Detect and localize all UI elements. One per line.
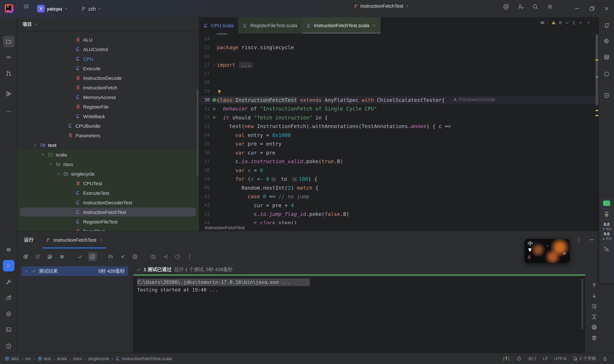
status-breadcrumb-scala[interactable]: scala <box>57 356 67 361</box>
ime-toolbar-overlay[interactable]: 中 S <box>524 239 570 263</box>
project-panel-header[interactable]: 项目 <box>17 17 199 32</box>
prev-occurrence-button[interactable] <box>590 281 598 289</box>
editor-tab-CPU.scala[interactable]: CPU.scala <box>199 17 238 34</box>
rerun-button[interactable] <box>21 252 30 261</box>
test-passed-gutter-icon[interactable] <box>211 98 217 103</box>
print-button[interactable] <box>590 324 598 331</box>
code-line-43[interactable]: 43 c.io.jump_flag_id.poke(false.B) <box>199 210 599 219</box>
code-line-16[interactable]: 16 <box>199 52 599 61</box>
type-aware-indicator[interactable]: [T] <box>502 356 510 361</box>
clear-all-button[interactable] <box>590 334 598 342</box>
code-line-38[interactable]: 38 var x = 0 <box>199 166 599 175</box>
chevron-down-icon[interactable] <box>586 20 591 25</box>
project-tool-button[interactable] <box>3 36 14 47</box>
editor-tab-InstructionFetchTest.scala[interactable]: InstructionFetchTest.scala <box>302 17 380 34</box>
problems-tool-button[interactable] <box>3 340 14 352</box>
run-configuration-widget[interactable]: InstructionFetchTest <box>353 3 409 9</box>
tree-item-CPUTest[interactable]: CPUTest <box>17 179 199 188</box>
gauge-icon[interactable] <box>516 356 522 361</box>
code-line-39[interactable]: 39 for (x <- 0≤ to ≤100) { <box>199 175 599 183</box>
console-pane[interactable]: 1 测试已通过 总计 1 个测试, 5秒 428毫秒 C:\Users\2658… <box>133 265 614 353</box>
close-icon[interactable] <box>99 238 103 242</box>
tree-item-ExecuteTest[interactable]: ExecuteTest <box>17 188 199 198</box>
project-widget[interactable]: Y yatcpu <box>35 3 71 14</box>
tree-item-InstructionFetch[interactable]: InstructionFetch <box>17 83 199 92</box>
caret-position[interactable]: 30:7 <box>528 356 536 361</box>
editor-tab-RegisterFileTest.scala[interactable]: RegisterFileTest.scala <box>238 17 302 34</box>
notifications-button[interactable] <box>601 20 612 31</box>
tree-item-BoardTest[interactable]: BoardTest <box>17 226 199 231</box>
editor-area[interactable]: CPU.scalaRegisterFileTest.scalaInstructi… <box>199 17 599 231</box>
status-breadcrumb-riscv[interactable]: riscv <box>73 356 82 361</box>
code-line-14[interactable]: 14 <box>199 34 599 43</box>
intellij-logo-icon[interactable]: IJ <box>5 4 14 13</box>
tree-item-test[interactable]: test <box>17 140 199 150</box>
run-tool-button[interactable] <box>3 260 14 271</box>
code-area[interactable]: 1415package riscv.singlecycle1617import … <box>199 34 599 224</box>
scroll-to-end-button[interactable] <box>590 313 598 321</box>
toolbar-kebab-button[interactable] <box>185 252 194 261</box>
ime-language-indicator[interactable]: 中 <box>528 240 533 247</box>
tree-item-riscv[interactable]: riscv <box>17 159 199 169</box>
pull-requests-tool-button[interactable] <box>3 68 14 79</box>
tree-item-InstructionFetchTest[interactable]: InstructionFetchTest <box>17 207 199 217</box>
encoding[interactable]: UTF-8 <box>554 356 567 361</box>
run-gutter-icon[interactable] <box>211 106 217 111</box>
show-ignored-button[interactable] <box>88 252 97 261</box>
code-line-15[interactable]: 15package riscv.singlecycle <box>199 43 599 52</box>
editor-breadcrumbs[interactable]: InstructionFetchTest <box>199 224 599 231</box>
navigate-with-single-click-button[interactable] <box>118 252 127 261</box>
ime-brand-logo[interactable]: S <box>528 254 531 260</box>
show-passed-button[interactable] <box>76 252 85 261</box>
code-line-28[interactable]: 28 <box>199 78 599 87</box>
code-line-36[interactable]: 36 var cur = pre <box>199 148 599 157</box>
more-tools-button[interactable] <box>3 106 14 117</box>
tree-item-ALU[interactable]: ALU <box>17 35 199 44</box>
profiler-tool-button[interactable] <box>3 308 14 320</box>
code-line-35[interactable]: 35 var pre = entry <box>199 140 599 148</box>
chevron-down-icon[interactable] <box>49 162 53 166</box>
inspection-widget[interactable]: 8 1 <box>540 19 591 27</box>
code-line-27[interactable]: 27 <box>199 69 599 78</box>
code-line-42[interactable]: 42 cur = pre + 4 <box>199 201 599 210</box>
console-output[interactable]: C:\Users\26586\.jdks\temurin-17.0.16\bin… <box>133 276 585 353</box>
sort-by-button[interactable] <box>106 252 115 261</box>
code-line-30[interactable]: 30class InstructionFetchTest extends Any… <box>199 96 599 104</box>
settings-gear-icon[interactable] <box>547 3 553 10</box>
build-tool-window-button[interactable] <box>601 68 612 80</box>
commit-tool-button[interactable] <box>3 52 14 63</box>
window-minimize-button[interactable] <box>570 0 585 17</box>
eye-icon[interactable] <box>540 20 545 25</box>
sort-by-duration-button[interactable] <box>130 252 140 261</box>
tree-item-CPUBundle[interactable]: CPUBundle <box>17 121 199 130</box>
status-breadcrumb-test[interactable]: test <box>37 356 51 361</box>
indent-widget[interactable]: 2 个空格 <box>573 356 596 362</box>
code-line-32[interactable]: 32 it should "fetch instruction" in { <box>199 113 599 122</box>
search-everywhere-icon[interactable] <box>532 3 539 10</box>
tree-item-CPU[interactable]: CPU <box>17 54 199 64</box>
tree-item-InstructionDecoderTest[interactable]: InstructionDecoderTest <box>17 198 199 207</box>
tree-item-InstructionDecode[interactable]: InstructionDecode <box>17 73 199 83</box>
chevron-down-icon[interactable] <box>56 172 60 176</box>
lock-open-icon[interactable] <box>602 356 608 361</box>
editor-scrollbar[interactable] <box>595 34 598 105</box>
run-gutter-icon[interactable] <box>211 115 217 120</box>
chevron-down-icon[interactable] <box>33 143 37 147</box>
screenshot-crop-icon[interactable] <box>603 246 610 252</box>
add-user-icon[interactable] <box>517 3 524 10</box>
tree-item-MemoryAccess[interactable]: MemoryAccess <box>17 92 199 102</box>
terminal-tool-button[interactable] <box>3 324 14 335</box>
next-occurrence-button[interactable] <box>590 292 598 299</box>
code-line-37[interactable]: 37 c.io.instruction_valid.poke(true.B) <box>199 157 599 166</box>
tree-item-ALUControl[interactable]: ALUControl <box>17 44 199 54</box>
main-menu-button[interactable] <box>23 3 29 10</box>
tree-item-scala[interactable]: scala <box>17 150 199 159</box>
rerun-failed-button[interactable] <box>33 252 42 261</box>
ime-skin-icon[interactable] <box>527 247 532 252</box>
code-line-40[interactable]: 40 Random.nextInt(2) match { <box>199 183 599 192</box>
dependencies-check-button[interactable] <box>601 90 612 101</box>
minimize-icon[interactable] <box>588 237 595 243</box>
chevron-down-icon[interactable] <box>24 269 28 273</box>
intention-bulb-icon[interactable] <box>217 89 222 94</box>
code-line-33[interactable]: 33 test(new InstructionFetch).withAnnota… <box>199 122 599 131</box>
